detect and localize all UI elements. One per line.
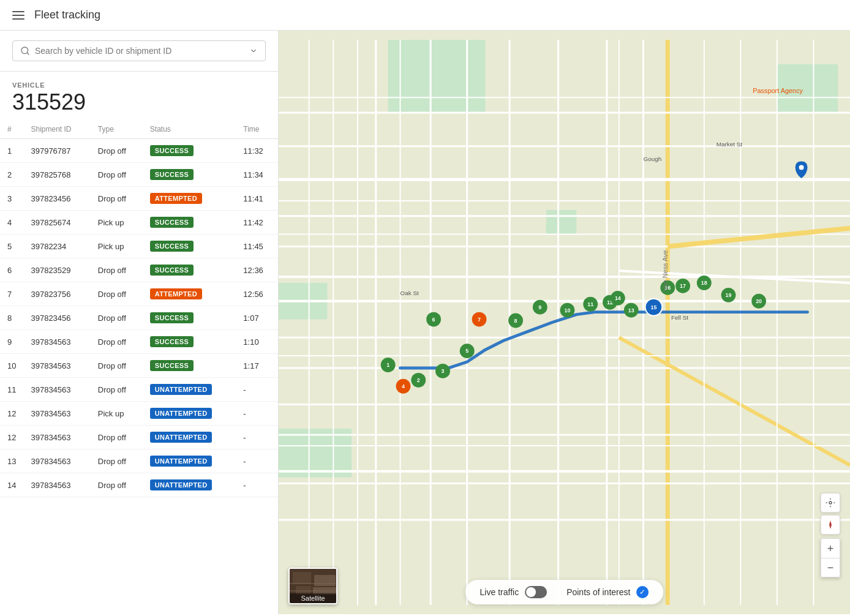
row-num: 4	[0, 211, 23, 235]
row-shipment-id: 397834563	[23, 449, 90, 473]
row-status: SUCCESS	[143, 354, 236, 378]
row-status: SUCCESS	[143, 330, 236, 354]
row-status: SUCCESS	[143, 163, 236, 187]
svg-text:Van Ness Ave: Van Ness Ave	[661, 250, 669, 291]
row-num: 1	[0, 139, 23, 163]
svg-text:Gough: Gough	[644, 156, 662, 162]
table-row[interactable]: 12 397834563 Pick up UNATTEMPTED -	[0, 402, 278, 426]
svg-text:8: 8	[514, 318, 517, 324]
status-badge: UNATTEMPTED	[150, 408, 212, 419]
svg-text:19: 19	[726, 292, 732, 298]
status-badge: SUCCESS	[150, 336, 194, 347]
vehicle-id: 315529	[12, 89, 266, 115]
svg-text:15: 15	[650, 304, 656, 310]
svg-text:11: 11	[587, 301, 593, 307]
sidebar: VEHICLE 315529 # Shipment ID Type Status…	[0, 31, 279, 614]
row-num: 10	[0, 354, 23, 378]
table-row[interactable]: 7 397823756 Drop off ATTEMPTED 12:56	[0, 282, 278, 306]
vehicle-label: VEHICLE	[12, 81, 266, 89]
svg-marker-107	[829, 520, 832, 528]
row-status: ATTEMPTED	[143, 187, 236, 211]
table-row[interactable]: 9 397834563 Drop off SUCCESS 1:10	[0, 330, 278, 354]
table-row[interactable]: 4 397825674 Pick up SUCCESS 11:42	[0, 211, 278, 235]
table-row[interactable]: 12 397834563 Drop off UNATTEMPTED -	[0, 426, 278, 449]
points-of-interest-label: Points of interest	[566, 587, 630, 597]
row-status: ATTEMPTED	[143, 282, 236, 306]
poi-toggle-on[interactable]: ✓	[636, 586, 649, 598]
svg-text:Market St: Market St	[716, 141, 743, 148]
points-of-interest-toggle-group[interactable]: Points of interest ✓	[566, 586, 649, 598]
table-row[interactable]: 8 397823456 Drop off SUCCESS 1:07	[0, 306, 278, 330]
row-type: Drop off	[91, 306, 143, 330]
zoom-in-button[interactable]: +	[821, 538, 840, 558]
row-shipment-id: 397976787	[23, 139, 90, 163]
table-row[interactable]: 14 397834563 Drop off UNATTEMPTED -	[0, 473, 278, 497]
map-container[interactable]: 1 2 3 4 5 6 7 8 9	[279, 31, 850, 614]
row-type: Pick up	[91, 235, 143, 258]
locate-button[interactable]	[821, 493, 840, 513]
row-shipment-id: 397825768	[23, 163, 90, 187]
row-shipment-id: 397825674	[23, 211, 90, 235]
status-badge: SUCCESS	[150, 360, 194, 371]
svg-text:20: 20	[756, 298, 762, 304]
row-shipment-id: 397834563	[23, 402, 90, 426]
vehicle-header: VEHICLE 315529	[0, 72, 278, 120]
menu-icon[interactable]	[12, 11, 24, 20]
row-time: 1:10	[236, 330, 278, 354]
row-time: -	[236, 378, 278, 402]
row-status: UNATTEMPTED	[143, 426, 236, 449]
table-row[interactable]: 2 397825768 Drop off SUCCESS 11:34	[0, 163, 278, 187]
live-traffic-toggle[interactable]	[525, 586, 547, 598]
row-time: -	[236, 473, 278, 497]
row-status: SUCCESS	[143, 139, 236, 163]
shipments-table-container[interactable]: # Shipment ID Type Status Time 1 3979767…	[0, 120, 278, 614]
row-num: 7	[0, 282, 23, 306]
live-traffic-toggle-group[interactable]: Live traffic	[480, 586, 547, 598]
row-num: 3	[0, 187, 23, 211]
svg-line-1	[27, 53, 29, 54]
app-bar: Fleet tracking	[0, 0, 850, 31]
compass-button[interactable]	[821, 515, 840, 535]
search-input[interactable]	[35, 46, 244, 56]
svg-rect-5	[546, 210, 577, 235]
row-num: 12	[0, 402, 23, 426]
status-badge: SUCCESS	[150, 312, 194, 323]
row-shipment-id: 397834563	[23, 426, 90, 449]
row-shipment-id: 397834563	[23, 330, 90, 354]
row-type: Drop off	[91, 163, 143, 187]
row-type: Drop off	[91, 473, 143, 497]
row-time: 11:45	[236, 235, 278, 258]
table-row[interactable]: 13 397834563 Drop off UNATTEMPTED -	[0, 449, 278, 473]
table-row[interactable]: 11 397834563 Drop off UNATTEMPTED -	[0, 378, 278, 402]
row-time: 11:41	[236, 187, 278, 211]
search-box[interactable]	[12, 40, 266, 61]
table-row[interactable]: 3 397823456 Drop off ATTEMPTED 11:41	[0, 187, 278, 211]
table-row[interactable]: 6 397823529 Drop off SUCCESS 12:36	[0, 258, 278, 282]
dropdown-arrow-icon	[249, 47, 258, 55]
table-row[interactable]: 1 397976787 Drop off SUCCESS 11:32	[0, 139, 278, 163]
row-shipment-id: 397823529	[23, 258, 90, 282]
svg-text:5: 5	[465, 348, 468, 354]
row-num: 2	[0, 163, 23, 187]
row-status: SUCCESS	[143, 258, 236, 282]
svg-point-92	[799, 165, 804, 170]
row-type: Drop off	[91, 187, 143, 211]
app-title: Fleet tracking	[34, 9, 100, 21]
live-traffic-label: Live traffic	[480, 587, 519, 597]
map-extra-controls	[821, 493, 840, 535]
svg-text:4: 4	[402, 383, 405, 389]
row-time: 12:56	[236, 282, 278, 306]
row-time: -	[236, 449, 278, 473]
zoom-out-button[interactable]: −	[821, 558, 840, 577]
table-row[interactable]: 5 39782234 Pick up SUCCESS 11:45	[0, 235, 278, 258]
svg-rect-95	[293, 572, 311, 584]
row-type: Drop off	[91, 449, 143, 473]
status-badge: SUCCESS	[150, 241, 194, 252]
svg-text:14: 14	[615, 295, 621, 301]
col-num: #	[0, 120, 23, 139]
satellite-button[interactable]: Satellite	[288, 568, 337, 604]
row-num: 11	[0, 378, 23, 402]
table-row[interactable]: 10 397834563 Drop off SUCCESS 1:17	[0, 354, 278, 378]
satellite-label: Satellite	[290, 593, 336, 603]
search-container	[0, 31, 278, 72]
